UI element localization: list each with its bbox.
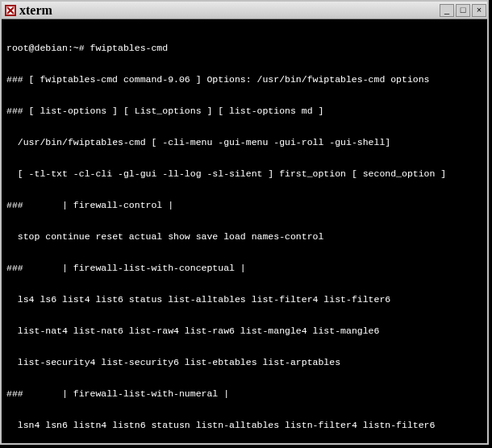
prompt-line: root@debian:~# fwiptables-cmd — [6, 43, 482, 53]
xterm-window: xterm _ □ × root@debian:~# fwiptables-cm… — [0, 0, 489, 445]
output-line: list-security4 list-security6 list-ebtab… — [6, 357, 482, 367]
output-line: list-nat4 list-nat6 list-raw4 list-raw6 … — [6, 326, 482, 336]
window-buttons: _ □ × — [439, 3, 487, 18]
output-line: lsn4 lsn6 listn4 listn6 statusn listn-al… — [6, 420, 482, 430]
output-line: /usr/bin/fwiptables-cmd [ -cli-menu -gui… — [6, 137, 482, 147]
command-entered: root@debian:~# fwiptables-cmd — [6, 43, 168, 53]
output-line: [ -tl-txt -cl-cli -gl-gui -ll-log -sl-si… — [6, 168, 482, 179]
output-line: ### | firewall-list-with-conceptual | — [6, 263, 482, 273]
terminal-area[interactable]: root@debian:~# fwiptables-cmd ### [ fwip… — [2, 19, 487, 443]
output-line: ### | firewall-control | — [6, 200, 482, 210]
titlebar[interactable]: xterm _ □ × — [2, 2, 487, 19]
close-button[interactable]: × — [472, 4, 486, 17]
minimize-button[interactable]: _ — [440, 4, 454, 17]
output-line: ### | firewall-list-with-numeral | — [6, 388, 482, 399]
output-line: ls4 ls6 list4 list6 status list-alltable… — [6, 294, 482, 305]
output-line: ### [ fwiptables-cmd command-9.06 ] Opti… — [6, 74, 482, 85]
app-icon — [5, 5, 16, 16]
output-line: stop continue reset actual show save loa… — [6, 231, 482, 242]
maximize-button[interactable]: □ — [456, 4, 470, 17]
window-title: xterm — [19, 3, 52, 18]
output-line: ### [ list-options ] [ List_options ] [ … — [6, 106, 482, 116]
